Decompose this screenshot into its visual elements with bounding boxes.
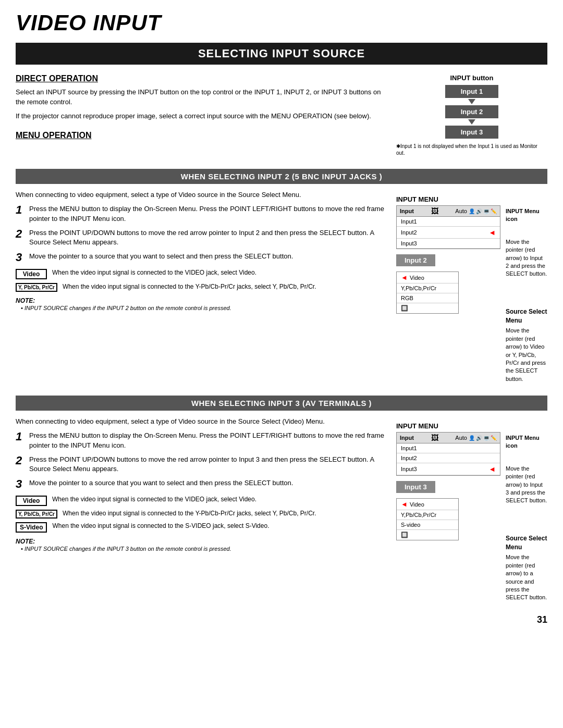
input2-right: INPUT MENU Input 🖼 Auto 👤 — [396, 190, 547, 383]
input-btn-3: Input 3 — [445, 126, 499, 139]
source-rgb-label: RGB — [401, 295, 413, 301]
input3-menu-diagram: Input 🖼 Auto 👤 🔊 💻 ✏️ — [396, 432, 500, 540]
signal3-tag-video: Video — [16, 496, 47, 506]
menu3-row-input2-text: Input2 — [401, 455, 496, 461]
input2-annotations: INPUT Menu icon Move the pointer (red ar… — [506, 205, 547, 383]
input3-menu-label: INPUT MENU — [396, 422, 547, 430]
step3-text-2: Press the POINT UP/DOWN buttons to move … — [29, 455, 386, 475]
menu-input-label: Input — [400, 208, 414, 214]
menu-row-input2: Input2 ◄ — [397, 227, 500, 239]
source3-row-svideo: S-video — [397, 520, 458, 530]
input2-source-menu-wrapper: ◄ Video Y,Pb/Cb,Pr/Cr RGB — [396, 272, 500, 314]
signal3-row-video: Video When the video input signal is con… — [16, 495, 386, 506]
signal-tag-video: Video — [16, 269, 47, 279]
source-select-ann-3: Move the pointer (red arrow) to a source… — [506, 553, 547, 601]
input3-right: INPUT MENU Input 🖼 Auto 👤 — [396, 417, 547, 602]
signal-row-ypbcb: Y, Pb/Cb, Pr/Cr When the video input sig… — [16, 282, 386, 292]
page-title: VIDEO INPUT — [16, 10, 547, 35]
signal3-tag-svideo: S-Video — [16, 522, 47, 533]
menu3-top-right: Auto 👤 🔊 💻 ✏️ — [455, 435, 497, 441]
menu3-row-input1-text: Input1 — [401, 445, 496, 451]
menu-row-input3: Input3 — [397, 239, 500, 249]
input2-sub-header: WHEN SELECTING INPUT 2 (5 BNC INPUT JACK… — [16, 169, 547, 184]
input3-step1: 1 Press the MENU button to display the O… — [16, 431, 386, 451]
input3-step2: 2 Press the POINT UP/DOWN buttons to mov… — [16, 455, 386, 475]
menu3-row-input2: Input2 — [397, 453, 500, 463]
menu3-row-input3: Input3 ◄ — [397, 463, 500, 475]
input3-menu-section: INPUT MENU Input 🖼 Auto 👤 — [396, 422, 547, 602]
menu3-icons: 👤 🔊 💻 ✏️ — [469, 435, 497, 441]
source3-sel-arrow: ◄ — [401, 500, 408, 508]
source-menu-diagram: ◄ Video Y,Pb/Cb,Pr/Cr RGB — [396, 272, 459, 314]
input2-steps: 1 Press the MENU button to display the O… — [16, 204, 386, 263]
source-select-label-2: Source Select Menu — [506, 307, 547, 325]
signal3-desc-ypbcb: When the video input signal is connected… — [63, 509, 316, 518]
input3-annotations: INPUT Menu icon Move the pointer (red ar… — [506, 432, 547, 602]
signal3-tag-ypbcb: Y, Pb/Cb, Pr/Cr — [16, 510, 57, 519]
menu-icon-img: 🖼 — [431, 207, 438, 215]
input2-note-title: NOTE: — [16, 297, 386, 304]
menu-row-input1: Input1 — [397, 217, 500, 227]
step-text-3: Move the pointer to a source that you wa… — [29, 252, 386, 262]
menu3-row-input1: Input1 — [397, 443, 500, 453]
source-select-ann-2: Move the pointer (red arrow) to Video or… — [506, 327, 547, 383]
step3-num-3: 3 — [16, 478, 25, 490]
menu3-diagram-box: Input 🖼 Auto 👤 🔊 💻 ✏️ — [396, 432, 500, 476]
source-row-video: ◄ Video — [397, 272, 458, 283]
signal3-row-svideo: S-Video When the video input signal is c… — [16, 522, 386, 533]
step3-text-1: Press the MENU button to display the On-… — [29, 431, 386, 451]
direct-operation-title: DIRECT OPERATION — [16, 74, 386, 83]
input2-signal-types: Video When the video input signal is con… — [16, 268, 386, 292]
source3-menu-diagram: ◄ Video Y,Pb/Cb,Pr/Cr S-video — [396, 498, 459, 540]
annotation3-menu-icon-label: INPUT Menu icon — [506, 434, 547, 450]
input3-note-text: • INPUT SOURCE changes if the INPUT 3 bu… — [21, 545, 386, 553]
input2-highlight-btn-wrapper: Input 2 — [396, 251, 500, 268]
input2-section: WHEN SELECTING INPUT 2 (5 BNC INPUT JACK… — [16, 169, 547, 383]
source3-svideo-label: S-video — [401, 522, 420, 528]
input3-left: When connecting to video equipment, sele… — [16, 417, 386, 602]
menu3-icon-img: 🖼 — [431, 434, 438, 442]
source3-video-label: Video — [410, 501, 424, 508]
menu3-top-bar: Input 🖼 Auto 👤 🔊 💻 ✏️ — [397, 433, 500, 443]
input2-menu-section: INPUT MENU Input 🖼 Auto 👤 — [396, 195, 547, 383]
source-ypbcb-label: Y,Pb/Cb,Pr/Cr — [401, 285, 436, 291]
menu3-arrow-input3: ◄ — [488, 465, 496, 473]
input2-menu-diagram: Input 🖼 Auto 👤 🔊 💻 ✏️ — [396, 205, 500, 314]
input2-intro: When connecting to video equipment, sele… — [16, 190, 386, 200]
signal3-desc-svideo: When the video input signal is connected… — [52, 522, 269, 530]
signal-row-video: Video When the video input signal is con… — [16, 268, 386, 279]
signal-desc-ypbcb: When the video input signal is connected… — [63, 282, 316, 291]
input2-step1: 1 Press the MENU button to display the O… — [16, 204, 386, 224]
input2-note-text: • INPUT SOURCE changes if the INPUT 2 bu… — [21, 304, 386, 312]
input2-diagram-wrapper: Input 🖼 Auto 👤 🔊 💻 ✏️ — [396, 205, 547, 383]
source-select-label-3: Source Select Menu — [506, 534, 547, 552]
input-btn-1: Input 1 — [445, 85, 499, 98]
input2-left: When connecting to video equipment, sele… — [16, 190, 386, 383]
input-note: ✱Input 1 is not displayed when the Input… — [396, 143, 547, 156]
annotation3-input3-text: Move the pointer (red arrow) to Input 3 … — [506, 465, 547, 505]
menu-top-right: Auto 👤 🔊 💻 ✏️ — [455, 208, 497, 214]
input3-step3: 3 Move the pointer to a source that you … — [16, 478, 386, 490]
source3-icon-row: 🔲 — [397, 530, 458, 540]
menu-row-input3-text: Input3 — [401, 240, 496, 246]
input3-source-menu-wrapper: ◄ Video Y,Pb/Cb,Pr/Cr S-video — [396, 498, 500, 540]
step-num-2: 2 — [16, 228, 25, 240]
input2-note: NOTE: • INPUT SOURCE changes if the INPU… — [16, 297, 386, 312]
main-section-header: SELECTING INPUT SOURCE — [16, 43, 547, 65]
input3-diagram-wrapper: Input 🖼 Auto 👤 🔊 💻 ✏️ — [396, 432, 547, 602]
signal-tag-ypbcb: Y, Pb/Cb, Pr/Cr — [16, 283, 57, 292]
source3-ypbcb-label: Y,Pb/Cb,Pr/Cr — [401, 512, 436, 518]
annotation-input2-text: Move the pointer (red arrow) to Input 2 … — [506, 238, 547, 278]
step-text-2: Press the POINT UP/DOWN buttons to move … — [29, 228, 386, 248]
source-row-rgb: RGB — [397, 293, 458, 303]
input3-note: NOTE: • INPUT SOURCE changes if the INPU… — [16, 538, 386, 553]
step-num-3: 3 — [16, 252, 25, 263]
input2-highlight-btn: Input 2 — [396, 254, 435, 266]
direct-op-para2: If the projector cannot reproduce proper… — [16, 112, 386, 121]
input-button-label: INPUT button — [450, 74, 493, 82]
input3-highlight-btn-wrapper: Input 3 — [396, 478, 500, 495]
step-text-1: Press the MENU button to display the On-… — [29, 204, 386, 224]
source-icon-row: 🔲 — [397, 303, 458, 313]
menu-row-input1-text: Input1 — [401, 218, 496, 225]
signal3-desc-video: When the video input signal is connected… — [52, 495, 256, 504]
